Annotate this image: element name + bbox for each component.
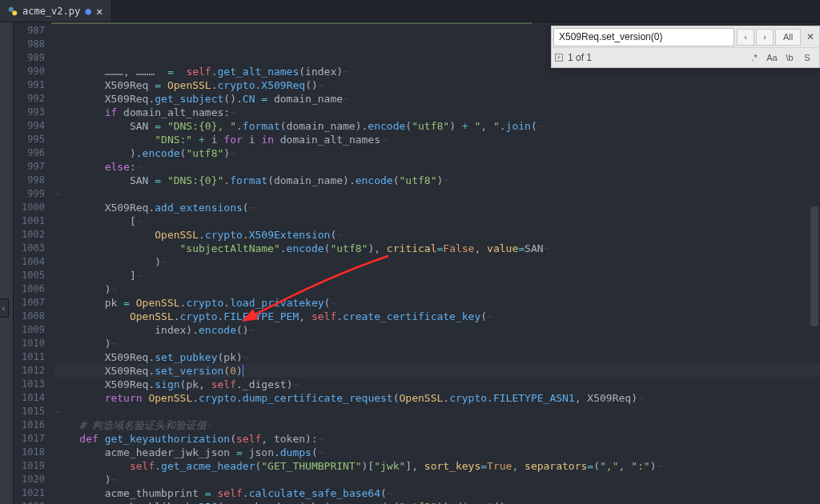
panel-collapse-handle[interactable]: ‹ (0, 298, 9, 318)
line-number: 994 (14, 119, 51, 133)
code-line[interactable]: X509Req.get_subject().CN = domain_name¬ (54, 92, 820, 106)
code-line[interactable]: X509Req = OpenSSL.crypto.X509Req()¬ (54, 78, 820, 92)
line-number: 987 (14, 24, 51, 38)
code-line[interactable]: return OpenSSL.crypto.dump_certificate_r… (54, 391, 820, 405)
tab-close-icon[interactable]: ✕ (96, 5, 102, 18)
find-next-button[interactable]: › (756, 29, 774, 46)
line-number: 1005 (14, 269, 51, 282)
code-line[interactable]: )¬ (54, 282, 820, 296)
line-number: 1002 (14, 228, 51, 242)
code-line[interactable]: [¬ (54, 214, 820, 228)
find-opt-regex[interactable]: .* (746, 50, 763, 65)
line-number: 1018 (14, 446, 51, 459)
line-number: 998 (14, 174, 51, 187)
activity-bar: ‹ (0, 22, 14, 504)
code-line[interactable]: OpenSSL.crypto.X509Extension(¬ (54, 228, 820, 242)
line-number: 1014 (14, 391, 51, 405)
code-line[interactable]: SAN = "DNS:{0}, ".format(domain_name).en… (54, 119, 820, 133)
code-line[interactable]: acme_header_jwk_json = json.dumps(¬ (54, 446, 820, 459)
code-line[interactable]: if domain_alt_names:¬ (54, 106, 820, 119)
code-line[interactable]: )¬ (54, 255, 820, 269)
line-number: 1016 (14, 418, 51, 432)
code-line[interactable]: OpenSSL.crypto.FILETYPE_PEM, self.create… (54, 310, 820, 323)
line-number: 1009 (14, 323, 51, 337)
code-line[interactable]: else:¬ (54, 160, 820, 174)
code-line[interactable]: ).encode("utf8")¬ (54, 146, 820, 160)
vertical-scrollbar[interactable] (810, 22, 818, 504)
line-number: 1004 (14, 255, 51, 269)
line-number: 989 (14, 51, 51, 65)
line-number: 1011 (14, 350, 51, 364)
code-line[interactable]: X509Req.set_version(0) (54, 364, 820, 378)
line-number: 1019 (14, 459, 51, 473)
code-line[interactable]: )¬ (54, 337, 820, 350)
code-line[interactable]: X509Req.sign(pk, self._digest)¬ (54, 378, 820, 391)
code-line[interactable]: def get_keyauthorization(self, token):¬ (54, 432, 820, 446)
svg-point-0 (9, 6, 14, 11)
code-line[interactable]: SAN = "DNS:{0}".format(domain_name).enco… (54, 174, 820, 187)
line-number: 1012 (14, 364, 51, 378)
line-number: 1001 (14, 214, 51, 228)
code-editor[interactable]: ………, ……… = self.get_alt_names(index)¬ X5… (51, 22, 820, 504)
line-number: 1013 (14, 378, 51, 391)
code-line[interactable]: )¬ (54, 473, 820, 486)
tab-filename: acme_v2.py (22, 6, 80, 17)
find-opt-word[interactable]: \b (781, 50, 798, 65)
line-number: 1022 (14, 500, 51, 504)
line-number-gutter: 9879889899909919929939949959969979989991… (14, 22, 51, 504)
line-number: 1006 (14, 282, 51, 296)
find-opt-case[interactable]: Aa (763, 50, 781, 65)
line-number: 1007 (14, 296, 51, 310)
editor-area: ‹ 98798898999099199299399499599699799899… (0, 22, 820, 504)
line-number: 995 (14, 133, 51, 146)
code-line[interactable]: acme_thumbprint = self.calculate_safe_ba… (54, 486, 820, 500)
tab-bar: acme_v2.py ● ✕ (0, 0, 820, 22)
line-number: 1015 (14, 405, 51, 418)
code-line[interactable]: ¬ (54, 405, 820, 418)
line-number: 1008 (14, 310, 51, 323)
code-line[interactable]: "DNS:" + i for i in domain_alt_names¬ (54, 133, 820, 146)
tab-dirty-indicator: ● (85, 5, 91, 17)
line-number: 993 (14, 106, 51, 119)
line-number: 990 (14, 65, 51, 78)
code-line[interactable]: ]¬ (54, 269, 820, 282)
code-line[interactable]: hashlib.sha256(acme_header_jwk_json.enco… (54, 500, 820, 504)
code-line[interactable]: "subjectAltName".encode("utf8"), critica… (54, 242, 820, 255)
git-change-marker (51, 22, 532, 24)
find-count-label: 1 of 1 (566, 52, 746, 63)
code-line[interactable]: pk = OpenSSL.crypto.load_privatekey(¬ (54, 296, 820, 310)
find-input[interactable] (554, 29, 734, 46)
line-number: 992 (14, 92, 51, 106)
find-toggle-replace[interactable]: + (555, 54, 563, 62)
tab-acme-v2-py[interactable]: acme_v2.py ● ✕ (0, 0, 112, 22)
line-number: 997 (14, 160, 51, 174)
find-row-options: + 1 of 1 .* Aa \b S (552, 48, 819, 67)
line-number: 988 (14, 38, 51, 51)
line-number: 1010 (14, 337, 51, 350)
svg-point-1 (12, 10, 17, 15)
line-number: 1017 (14, 432, 51, 446)
code-line[interactable]: # 构造域名验证头和验证值¬ (54, 418, 820, 432)
code-line[interactable]: index).encode()¬ (54, 323, 820, 337)
code-line[interactable]: X509Req.set_pubkey(pk)¬ (54, 350, 820, 364)
code-line[interactable]: self.get_acme_header("GET_THUMBPRINT")["… (54, 459, 820, 473)
find-prev-button[interactable]: ‹ (737, 29, 754, 46)
line-number: 996 (14, 146, 51, 160)
python-file-icon (8, 6, 18, 16)
line-number: 1020 (14, 473, 51, 486)
code-line[interactable]: ¬ (54, 187, 820, 201)
scrollbar-thumb[interactable] (810, 206, 818, 326)
find-panel: ‹ › All ✕ + 1 of 1 .* Aa \b S (551, 26, 820, 68)
find-all-button[interactable]: All (775, 29, 801, 46)
line-number: 1021 (14, 486, 51, 500)
line-number: 1000 (14, 201, 51, 214)
line-number: 999 (14, 187, 51, 201)
line-number: 1003 (14, 242, 51, 255)
line-number: 991 (14, 78, 51, 92)
find-row-main: ‹ › All ✕ (552, 26, 819, 48)
code-line[interactable]: X509Req.add_extensions(¬ (54, 201, 820, 214)
